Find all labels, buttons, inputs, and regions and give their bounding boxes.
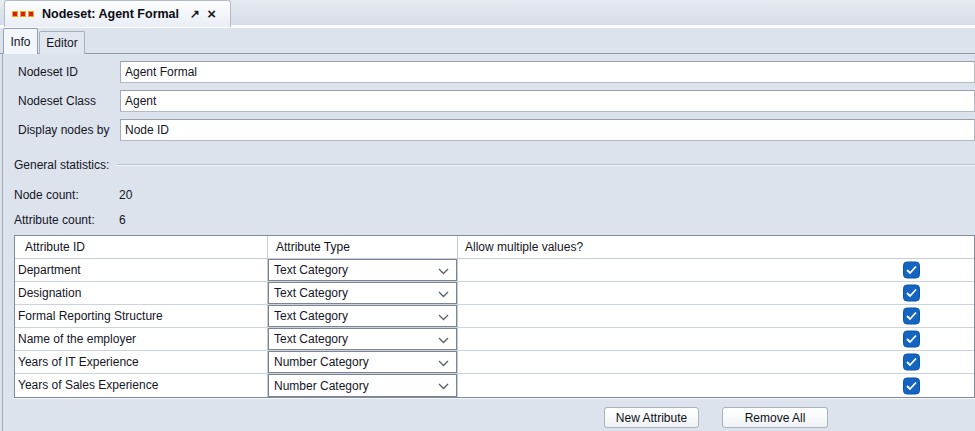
display-nodes-by-label: Display nodes by [18, 123, 109, 137]
new-attribute-button[interactable]: New Attribute [604, 407, 699, 428]
attribute-count-label: Attribute count: [14, 213, 95, 227]
general-statistics-label: General statistics: [14, 158, 109, 172]
remove-all-button[interactable]: Remove All [722, 407, 828, 428]
attribute-id-cell[interactable]: Department [15, 259, 268, 281]
allow-multiple-checkbox[interactable] [903, 262, 920, 279]
checkmark-icon [906, 266, 917, 275]
checkmark-icon [906, 381, 917, 390]
content-panel-left-border [2, 54, 3, 431]
attribute-type-value: Text Category [274, 263, 348, 277]
allow-multiple-checkbox[interactable] [903, 331, 920, 348]
tab-editor-label: Editor [46, 36, 77, 50]
attribute-id-cell[interactable]: Years of Sales Experience [15, 374, 268, 397]
chevron-down-icon [438, 360, 449, 367]
col-header-attribute-type: Attribute Type [268, 236, 458, 258]
chevron-down-icon [438, 268, 449, 275]
table-row: Name of the employer Text Category [15, 328, 974, 351]
allow-multiple-checkbox[interactable] [903, 285, 920, 302]
table-header-row: Attribute ID Attribute Type Allow multip… [15, 236, 974, 259]
nodeset-class-input[interactable] [120, 90, 975, 112]
attribute-type-dropdown[interactable]: Text Category [268, 328, 457, 350]
table-row: Years of IT Experience Number Category [15, 351, 974, 374]
close-icon[interactable]: × [207, 8, 216, 20]
attribute-type-value: Text Category [274, 309, 348, 323]
doc-tab-nodeset-agent-formal[interactable]: Nodeset: Agent Formal ↗ × [4, 0, 231, 27]
statistics-separator [117, 164, 975, 166]
attribute-count-value: 6 [119, 213, 126, 227]
tab-editor[interactable]: Editor [39, 31, 85, 54]
attribute-type-dropdown[interactable]: Text Category [268, 259, 457, 281]
attribute-type-value: Text Category [274, 332, 348, 346]
table-row: Formal Reporting Structure Text Category [15, 305, 974, 328]
node-count-value: 20 [119, 188, 132, 202]
checkmark-icon [906, 312, 917, 321]
checkmark-icon [906, 358, 917, 367]
chevron-down-icon [438, 337, 449, 344]
allow-multiple-checkbox[interactable] [903, 354, 920, 371]
table-row: Designation Text Category [15, 282, 974, 305]
attribute-id-cell[interactable]: Designation [15, 282, 268, 304]
chevron-down-icon [438, 314, 449, 321]
table-bottom-highlight [14, 398, 975, 399]
attribute-id-cell[interactable]: Name of the employer [15, 328, 268, 350]
attribute-type-value: Number Category [274, 379, 369, 393]
attribute-table: Attribute ID Attribute Type Allow multip… [14, 235, 975, 398]
attribute-type-dropdown[interactable]: Text Category [268, 282, 457, 304]
chevron-down-icon [438, 383, 449, 390]
tab-info-label: Info [10, 35, 30, 49]
nodeset-icon [12, 11, 34, 17]
checkmark-icon [906, 289, 917, 298]
tab-info[interactable]: Info [3, 28, 38, 54]
undock-icon[interactable]: ↗ [190, 7, 200, 21]
checkmark-icon [906, 335, 917, 344]
col-header-attribute-id: Attribute ID [15, 236, 268, 258]
doc-tab-title: Nodeset: Agent Formal [42, 7, 179, 21]
node-count-label: Node count: [14, 188, 79, 202]
col-header-allow-multiple: Allow multiple values? [458, 236, 974, 258]
content-panel-border [0, 53, 975, 54]
table-row: Years of Sales Experience Number Categor… [15, 374, 974, 397]
attribute-type-dropdown[interactable]: Number Category [268, 374, 457, 397]
nodeset-id-label: Nodeset ID [18, 65, 78, 79]
attribute-type-dropdown[interactable]: Text Category [268, 305, 457, 327]
attribute-id-cell[interactable]: Formal Reporting Structure [15, 305, 268, 327]
table-row: Department Text Category [15, 259, 974, 282]
allow-multiple-checkbox[interactable] [903, 308, 920, 325]
allow-multiple-checkbox[interactable] [903, 377, 920, 394]
chevron-down-icon [438, 291, 449, 298]
attribute-id-cell[interactable]: Years of IT Experience [15, 351, 268, 373]
attribute-type-value: Text Category [274, 286, 348, 300]
display-nodes-by-input[interactable] [120, 119, 975, 141]
attribute-type-dropdown[interactable]: Number Category [268, 351, 457, 373]
nodeset-class-label: Nodeset Class [18, 94, 96, 108]
attribute-type-value: Number Category [274, 355, 369, 369]
nodeset-id-input[interactable] [120, 61, 975, 83]
